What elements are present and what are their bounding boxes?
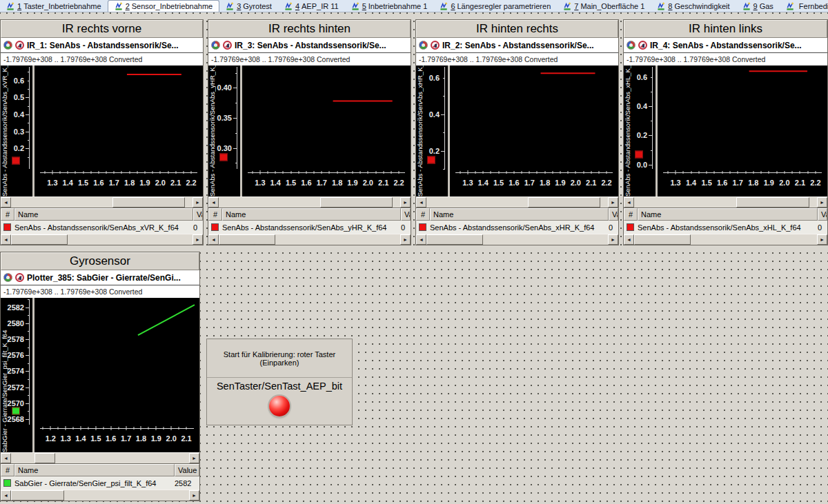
scroll-right-icon[interactable]: ► bbox=[608, 234, 618, 245]
animation-state-icon[interactable] bbox=[419, 41, 428, 50]
scroll-right-icon[interactable]: ► bbox=[400, 234, 411, 245]
signal-table-row[interactable]: SenAbs - Abstandssensorik/SenAbs_xHL_K_f… bbox=[624, 221, 827, 234]
y-tick bbox=[651, 77, 653, 78]
signal-table-row[interactable]: SenAbs - Abstandssensorik/SenAbs_xVR_K_f… bbox=[1, 221, 203, 234]
layout-tab-3[interactable]: 3 Gyrotest bbox=[219, 0, 278, 12]
plot-area[interactable]: 1.31.41.51.61.71.81.92.02.12.2 bbox=[656, 65, 827, 196]
scroll-left-icon[interactable]: ◄ bbox=[416, 197, 426, 208]
scroll-right-icon[interactable]: ► bbox=[189, 453, 199, 463]
scroll-right-icon[interactable]: ► bbox=[817, 234, 827, 245]
y-tick-label: 2580 bbox=[8, 319, 24, 327]
layout-tab-10[interactable]: Fernbedienung 1 bbox=[780, 0, 828, 12]
layout-tab-5[interactable]: 5 Inbetriebnahme 1 bbox=[345, 0, 434, 12]
no-trigger-icon[interactable] bbox=[638, 41, 647, 50]
scroll-left-icon[interactable]: ◄ bbox=[1, 453, 11, 463]
no-trigger-icon[interactable] bbox=[15, 41, 24, 50]
scroll-left-icon[interactable]: ◄ bbox=[1, 490, 11, 501]
plot-scrollbar[interactable]: ◄ ► bbox=[416, 196, 618, 208]
y-tick bbox=[26, 97, 30, 98]
table-scrollbar[interactable]: ◄ ► bbox=[1, 234, 203, 245]
scrollbar-thumb[interactable] bbox=[736, 197, 809, 208]
plot-scrollbar[interactable]: ◄ ► bbox=[1, 196, 203, 208]
scroll-right-icon[interactable]: ► bbox=[400, 197, 411, 208]
plot-area[interactable]: 1.31.41.51.61.71.81.92.02.12.2 bbox=[32, 65, 203, 196]
plotter[interactable]: SenAbs - Abstandssensorik/SenAbs_xHR_K_f… bbox=[416, 65, 618, 196]
scroll-left-icon[interactable]: ◄ bbox=[208, 234, 219, 245]
scrollbar-thumb[interactable] bbox=[34, 453, 56, 463]
y-axis-strip: SenAbs - Abstandssensorik/SenAbs_xVR_K_f… bbox=[1, 65, 32, 196]
x-tick bbox=[691, 171, 691, 174]
plot-area[interactable]: 1.21.31.41.51.61.71.81.92.02.1 bbox=[32, 298, 199, 452]
table-scrollbar[interactable]: ◄ ► bbox=[624, 234, 827, 245]
table-scrollbar[interactable]: ◄ ► bbox=[208, 234, 411, 245]
tab-label: Taster_Inbetriebnahme bbox=[23, 2, 101, 10]
plotter[interactable]: SenAbs - Abstandssensorik/SenAbs_xVR_K_f… bbox=[1, 65, 203, 196]
x-tick bbox=[322, 171, 322, 174]
no-trigger-icon[interactable] bbox=[15, 273, 24, 282]
scroll-left-icon[interactable]: ◄ bbox=[624, 234, 634, 245]
scroll-left-icon[interactable]: ◄ bbox=[208, 197, 219, 208]
x-tick bbox=[498, 171, 499, 174]
no-trigger-icon[interactable] bbox=[431, 41, 440, 50]
scroll-right-icon[interactable]: ► bbox=[193, 234, 203, 245]
tab-label: Sensor_Inbetriebnahme bbox=[132, 2, 213, 10]
animation-state-icon[interactable] bbox=[211, 41, 220, 50]
signal-table-row[interactable]: SenAbs - Abstandssensorik/SenAbs_xHR_K_f… bbox=[416, 221, 618, 234]
plot-scrollbar[interactable]: ◄ ► bbox=[624, 196, 827, 208]
x-axis-labels: 1.31.41.51.61.71.81.92.02.12.2 bbox=[40, 179, 197, 188]
scroll-right-icon[interactable]: ► bbox=[608, 197, 618, 208]
x-tick bbox=[152, 171, 153, 174]
animation-state-icon[interactable] bbox=[627, 41, 635, 50]
signal-table-row[interactable]: SabGier - Gierrate/SenGier_psi_filt_K_f6… bbox=[1, 476, 199, 490]
x-tick bbox=[106, 171, 107, 174]
tab-number: 1 bbox=[17, 2, 21, 10]
scrollbar-thumb[interactable] bbox=[219, 234, 275, 245]
layout-tab-6[interactable]: 6 Längesregler parametrieren bbox=[433, 0, 557, 12]
animation-state-icon[interactable] bbox=[3, 41, 12, 50]
plot-area[interactable]: 1.31.41.51.61.71.81.92.02.12.2 bbox=[240, 65, 411, 196]
scroll-right-icon[interactable]: ► bbox=[189, 490, 199, 501]
x-tick bbox=[560, 171, 561, 174]
scroll-left-icon[interactable]: ◄ bbox=[624, 197, 634, 208]
scrollbar-thumb[interactable] bbox=[528, 197, 600, 208]
scroll-left-icon[interactable]: ◄ bbox=[1, 234, 11, 245]
table-scrollbar[interactable]: ◄ ► bbox=[416, 234, 618, 245]
layout-tab-8[interactable]: 8 Geschwindigkeit bbox=[651, 0, 736, 12]
plotter[interactable]: SenAbs - Abstandssensorik/SenAbs_xHL_K_f… bbox=[624, 65, 827, 196]
y-tick bbox=[28, 106, 30, 107]
x-tick bbox=[745, 171, 746, 174]
layout-tab-9[interactable]: 9 Gas bbox=[736, 0, 780, 12]
x-tick bbox=[391, 171, 391, 174]
layout-tab-7[interactable]: 7 Main_Oberfläche 1 bbox=[557, 0, 651, 12]
scrollbar-thumb[interactable] bbox=[112, 197, 185, 208]
scrollbar-thumb[interactable] bbox=[11, 234, 68, 245]
scroll-right-icon[interactable]: ► bbox=[193, 197, 203, 208]
plot-area[interactable]: 1.31.41.51.61.71.81.92.02.12.2 bbox=[448, 65, 618, 196]
plot-scrollbar[interactable]: ◄ ► bbox=[208, 196, 411, 208]
y-tick-label: 0.30 bbox=[217, 144, 232, 152]
layout-tab-4[interactable]: 4 AEP_IR 11 bbox=[278, 0, 345, 12]
plotter[interactable]: SabGier - Gierrate/SenGier_psi_filt_K_f6… bbox=[1, 298, 199, 452]
x-tick-label: 2.1 bbox=[170, 179, 181, 187]
scrollbar-thumb[interactable] bbox=[634, 234, 691, 245]
no-trigger-icon[interactable] bbox=[223, 41, 232, 50]
x-tick bbox=[667, 171, 668, 174]
plot-scrollbar[interactable]: ◄ ► bbox=[1, 452, 199, 463]
layout-tab-2[interactable]: 2 Sensor_Inbetriebnahme bbox=[108, 0, 220, 12]
animation-state-icon[interactable] bbox=[3, 273, 12, 282]
scroll-left-icon[interactable]: ◄ bbox=[1, 197, 11, 208]
scrollbar-thumb[interactable] bbox=[426, 234, 483, 245]
scrollbar-thumb[interactable] bbox=[320, 197, 393, 208]
scroll-left-icon[interactable]: ◄ bbox=[416, 234, 426, 245]
scroll-right-icon[interactable]: ► bbox=[817, 197, 827, 208]
x-tick bbox=[186, 427, 187, 430]
x-tick bbox=[383, 171, 384, 174]
signal-table-row[interactable]: SenAbs - Abstandssensorik/SenAbs_yHR_K_f… bbox=[208, 221, 411, 234]
scrollbar-thumb[interactable] bbox=[11, 490, 64, 501]
table-scrollbar[interactable]: ◄ ► bbox=[1, 490, 199, 501]
x-tick bbox=[698, 171, 699, 174]
layout-tab-1[interactable]: 1 Taster_Inbetriebnahme bbox=[0, 0, 108, 12]
x-tick bbox=[164, 427, 164, 430]
plotter[interactable]: SenAbs - Abstandssensorik/SenAbs_yHR_K_f… bbox=[208, 65, 411, 196]
signal-table-header: # Name Value bbox=[416, 208, 618, 221]
